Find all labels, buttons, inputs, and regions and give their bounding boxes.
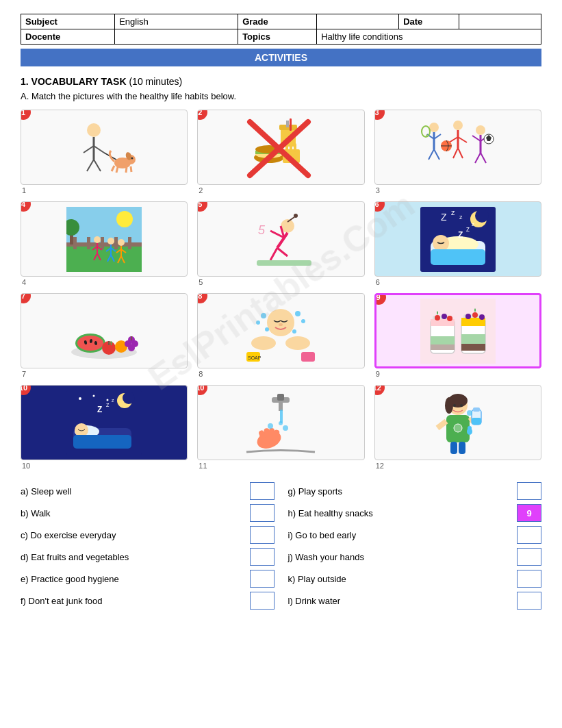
svg-rect-18 xyxy=(290,118,292,131)
cell-number-11: 11 xyxy=(197,462,207,470)
svg-rect-161 xyxy=(73,435,131,449)
answer-col-right: g) Play sports h) Eat healthy snacks 9 i… xyxy=(288,482,542,610)
svg-text:z: z xyxy=(466,225,470,233)
answer-label: j) Wash your hands xyxy=(288,552,511,562)
svg-rect-164 xyxy=(279,401,283,411)
svg-line-4 xyxy=(87,160,94,171)
svg-text:z: z xyxy=(112,398,114,403)
svg-point-127 xyxy=(251,336,276,350)
answer-row-right-4: k) Play outside xyxy=(288,570,542,588)
answer-label: c) Do exercise everyday xyxy=(21,530,243,540)
badge-9: 9 xyxy=(374,293,386,305)
badge-1: 1 xyxy=(21,110,31,120)
svg-point-94 xyxy=(475,209,489,223)
svg-point-0 xyxy=(87,123,101,137)
cell-number-5: 5 xyxy=(197,278,203,286)
svg-rect-61 xyxy=(128,237,131,249)
svg-line-39 xyxy=(449,137,458,142)
cell-number-10: 10 xyxy=(21,462,30,470)
svg-rect-101 xyxy=(431,249,485,265)
image-cell-9: 9 xyxy=(374,293,541,378)
svg-point-138 xyxy=(435,315,440,321)
answer-box[interactable] xyxy=(250,482,274,500)
svg-point-151 xyxy=(123,392,135,404)
image-box-7: 7 xyxy=(21,293,188,368)
answer-label: a) Sleep well xyxy=(21,486,243,497)
svg-line-41 xyxy=(453,148,458,158)
illustration-hygiene: SOAP xyxy=(243,299,318,364)
svg-point-122 xyxy=(256,321,260,325)
answer-box[interactable] xyxy=(250,570,274,588)
illustration-walk-dog xyxy=(66,115,142,180)
svg-line-3 xyxy=(94,146,104,153)
answer-label: h) Eat healthy snacks xyxy=(288,508,511,518)
badge-4: 4 xyxy=(21,201,31,212)
badge-5: 5 xyxy=(197,201,207,212)
svg-point-64 xyxy=(94,236,101,243)
svg-rect-25 xyxy=(290,141,292,152)
svg-point-125 xyxy=(301,319,305,323)
answer-box[interactable] xyxy=(250,526,274,544)
image-box-10: 10 Z z z xyxy=(21,385,188,460)
image-box-5: 5 5 xyxy=(197,201,364,277)
image-box-1: 1 xyxy=(21,110,188,185)
svg-rect-118 xyxy=(131,336,132,340)
answer-row-left-0: a) Sleep well xyxy=(21,482,274,500)
image-cell-3: 3 xyxy=(374,110,541,194)
answer-box[interactable] xyxy=(250,504,274,522)
image-box-9: 9 xyxy=(374,293,541,368)
svg-line-2 xyxy=(84,146,94,153)
answer-box[interactable] xyxy=(517,592,541,610)
svg-rect-184 xyxy=(450,442,457,454)
svg-rect-59 xyxy=(101,237,104,249)
svg-point-14 xyxy=(131,157,133,159)
svg-line-86 xyxy=(270,248,277,260)
svg-point-121 xyxy=(261,313,266,318)
svg-line-50 xyxy=(481,153,486,163)
answer-box[interactable] xyxy=(517,482,541,500)
badge-7: 7 xyxy=(21,293,31,303)
svg-line-42 xyxy=(458,148,463,158)
cell-number-12: 12 xyxy=(374,462,384,470)
image-box-11: 10 xyxy=(197,385,364,460)
svg-point-107 xyxy=(77,336,103,351)
answer-row-left-4: e) Practice good hygiene xyxy=(21,570,274,588)
svg-text:z: z xyxy=(106,401,110,408)
svg-rect-136 xyxy=(431,344,455,350)
answers-section: a) Sleep well b) Walk c) Do exercise eve… xyxy=(21,482,541,610)
answer-row-right-3: j) Wash your hands xyxy=(288,548,542,566)
answer-box[interactable] xyxy=(250,592,274,610)
task-title: 1. VOCABULARY TASK (10 minutes) xyxy=(21,76,541,87)
answer-box[interactable] xyxy=(517,570,541,588)
image-box-8: 8 xyxy=(197,293,364,368)
subject-label: Subject xyxy=(21,14,115,29)
image-cell-8: 8 xyxy=(197,293,364,378)
cell-number-6: 6 xyxy=(374,278,380,286)
svg-point-148 xyxy=(479,314,485,320)
cell-number-3: 3 xyxy=(374,186,380,194)
answer-box[interactable] xyxy=(517,526,541,544)
image-cell-7: 7 xyxy=(21,293,188,378)
image-cell-4: 4 xyxy=(21,201,188,286)
badge-2: 2 xyxy=(197,110,207,120)
svg-line-40 xyxy=(458,137,467,142)
docente-label: Docente xyxy=(21,29,115,45)
svg-point-126 xyxy=(292,329,296,334)
answer-label: k) Play outside xyxy=(288,574,511,584)
svg-rect-135 xyxy=(431,336,455,344)
image-cell-11: 10 11 xyxy=(197,385,364,470)
image-cell-10: 10 Z z z xyxy=(21,385,188,470)
svg-point-128 xyxy=(285,336,310,350)
illustration-wash-hands xyxy=(243,390,318,455)
illustration-sleep: Z z z Z z z xyxy=(420,207,496,272)
svg-point-153 xyxy=(93,394,95,397)
svg-point-76 xyxy=(118,239,125,246)
illustration-outside xyxy=(66,207,142,272)
answer-box[interactable] xyxy=(517,548,541,566)
svg-point-90 xyxy=(294,214,298,218)
svg-rect-60 xyxy=(114,237,118,249)
answer-box[interactable]: 9 xyxy=(517,504,541,522)
illustration-junk-food xyxy=(243,115,318,180)
answer-box[interactable] xyxy=(250,548,274,566)
svg-rect-143 xyxy=(461,334,485,344)
